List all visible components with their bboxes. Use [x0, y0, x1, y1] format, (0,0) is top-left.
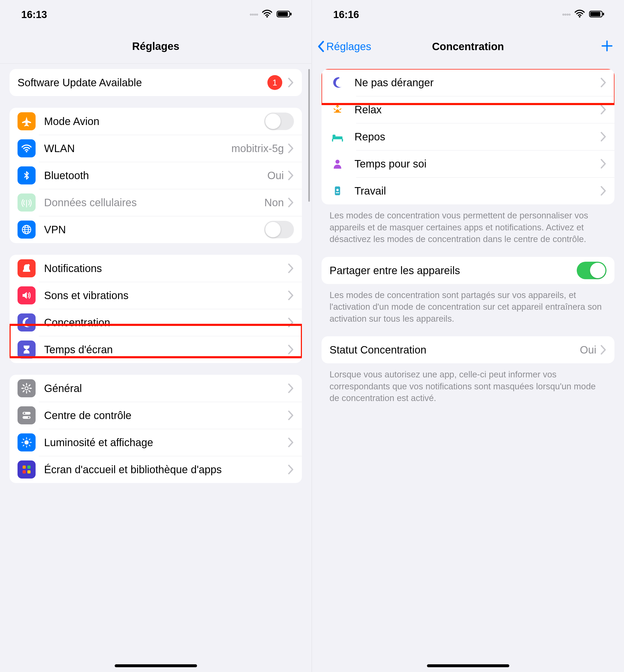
page-title: Concentration [432, 41, 504, 53]
moon-icon [18, 314, 35, 331]
airplane-toggle[interactable] [264, 112, 294, 130]
concentration-row[interactable]: Concentration [9, 309, 302, 336]
focus-screen: 16:16 •••• Réglages Concentration Ne pas… [312, 0, 624, 672]
wifi-status-icon [574, 8, 585, 22]
airplane-icon [18, 112, 35, 130]
row-label: Travail [355, 185, 601, 197]
bluetooth-icon [18, 166, 35, 185]
brightness-row[interactable]: Luminosité et affichage [9, 429, 302, 456]
share-row[interactable]: Partager entre les appareils [321, 257, 615, 284]
row-label: Écran d'accueil et bibliothèque d'apps [44, 463, 288, 476]
home-indicator[interactable] [115, 664, 197, 667]
sounds-row[interactable]: Sons et vibrations [9, 282, 302, 309]
chevron-icon [601, 132, 606, 141]
notifications-group: Notifications Sons et vibrations Concent… [9, 255, 302, 363]
focus-status-row[interactable]: Statut Concentration Oui [321, 336, 615, 363]
row-label: Sons et vibrations [44, 289, 288, 301]
chevron-icon [288, 465, 294, 474]
share-description: Les modes de concentration sont partagés… [321, 284, 615, 325]
software-update-group: Software Update Available 1 [9, 69, 302, 96]
share-label: Partager entre les appareils [330, 264, 577, 276]
row-label: Temps d'écran [44, 344, 288, 356]
general-group: Général Centre de contrôle Luminosité et… [9, 375, 302, 483]
row-label: Données cellulaires [44, 196, 264, 209]
notifications-row[interactable]: Notifications [9, 255, 302, 282]
wifi-status-icon [262, 8, 273, 22]
relax-row[interactable]: Relax [321, 96, 615, 123]
focus-modes-group: Ne pas déranger Relax Repos Temps pour s… [321, 69, 615, 204]
chevron-icon [288, 438, 294, 447]
row-label: Centre de contrôle [44, 409, 288, 422]
brightness-icon [18, 433, 35, 452]
personal-row[interactable]: Temps pour soi [321, 150, 615, 177]
screen-time-row[interactable]: Temps d'écran [9, 336, 302, 363]
back-chevron-icon [317, 41, 325, 52]
control-center-row[interactable]: Centre de contrôle [9, 402, 302, 429]
cell-dots-icon: •••• [250, 10, 258, 19]
status-icons: •••• [562, 8, 605, 22]
connectivity-group: Mode Avion WLAN mobitrix-5g Bluetooth Ou… [9, 108, 302, 243]
status-bar: 16:13 •••• [0, 0, 311, 29]
home-screen-row[interactable]: Écran d'accueil et bibliothèque d'apps [9, 456, 302, 483]
sleep-row[interactable]: Repos [321, 123, 615, 150]
row-label: Relax [355, 104, 601, 116]
cellular-value: Non [264, 197, 284, 209]
chevron-icon [288, 171, 294, 180]
row-label: Temps pour soi [355, 158, 601, 170]
focus-content[interactable]: Ne pas déranger Relax Repos Temps pour s… [312, 69, 624, 404]
chevron-icon [601, 159, 606, 168]
wlan-value: mobitrix-5g [231, 142, 284, 155]
row-label: Mode Avion [44, 115, 264, 127]
work-row[interactable]: Travail [321, 177, 615, 204]
share-group: Partager entre les appareils [321, 257, 615, 284]
chevron-icon [288, 198, 294, 207]
chevron-icon [288, 383, 294, 393]
share-toggle[interactable] [577, 262, 606, 279]
focus-description: Les modes de concentration vous permette… [321, 204, 615, 245]
chevron-icon [601, 186, 606, 196]
wlan-row[interactable]: WLAN mobitrix-5g [9, 135, 302, 162]
vpn-row[interactable]: VPN [9, 216, 302, 243]
bed-icon [330, 131, 345, 143]
scrollbar[interactable] [308, 69, 310, 202]
battery-status-icon [589, 9, 605, 21]
chevron-icon [601, 78, 606, 87]
row-label: VPN [44, 223, 264, 236]
back-label: Réglages [326, 41, 371, 53]
home-indicator[interactable] [427, 664, 509, 667]
settings-content[interactable]: Software Update Available 1 Mode Avion W… [0, 69, 311, 483]
plus-icon [601, 39, 614, 52]
battery-status-icon [277, 9, 293, 21]
nav-header: Réglages [0, 29, 311, 64]
back-button[interactable]: Réglages [317, 41, 371, 53]
bell-icon [18, 259, 35, 277]
status-time: 16:13 [21, 9, 47, 21]
row-label: Ne pas déranger [355, 76, 601, 89]
bluetooth-value: Oui [267, 169, 284, 182]
airplane-mode-row[interactable]: Mode Avion [9, 108, 302, 135]
cell-dots-icon: •••• [562, 10, 570, 19]
hourglass-icon [18, 341, 35, 358]
software-update-row[interactable]: Software Update Available 1 [9, 69, 302, 96]
row-label: Général [44, 382, 288, 394]
dnd-row[interactable]: Ne pas déranger [321, 69, 615, 96]
globe-icon [18, 220, 35, 239]
vpn-toggle[interactable] [264, 221, 294, 238]
nav-header: Réglages Concentration [312, 29, 624, 64]
status-value: Oui [580, 344, 596, 356]
wifi-icon [18, 139, 35, 157]
update-badge: 1 [267, 75, 282, 90]
row-label: Luminosité et affichage [44, 436, 288, 449]
bluetooth-row[interactable]: Bluetooth Oui [9, 162, 302, 189]
chevron-icon [288, 264, 294, 273]
general-row[interactable]: Général [9, 375, 302, 402]
chevron-icon [601, 105, 606, 114]
switches-icon [18, 406, 35, 424]
status-group: Statut Concentration Oui [321, 336, 615, 363]
chevron-icon [288, 78, 294, 87]
add-focus-button[interactable] [601, 39, 614, 53]
cellular-row[interactable]: Données cellulaires Non [9, 189, 302, 216]
badge-icon [330, 185, 345, 197]
settings-screen: 16:13 •••• Réglages Software Update Avai… [0, 0, 312, 672]
row-label: Concentration [44, 316, 288, 328]
